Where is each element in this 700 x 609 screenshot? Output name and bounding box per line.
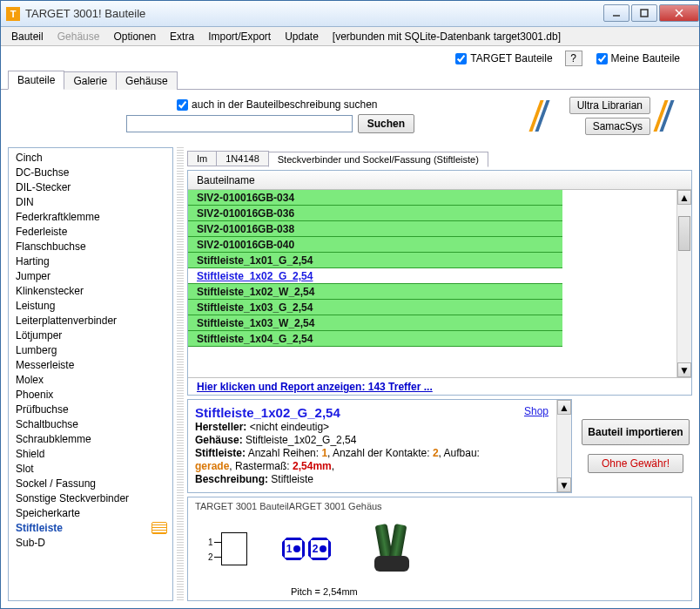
menu-gehaeuse[interactable]: Gehäuse <box>50 29 107 44</box>
check-target-bauteile[interactable]: TARGET Bauteile <box>455 52 552 64</box>
menu-optionen[interactable]: Optionen <box>106 29 163 44</box>
samacsys-button[interactable]: SamacSys <box>585 118 650 135</box>
category-item[interactable]: Schaltbuchse <box>9 416 172 431</box>
menu-extra[interactable]: Extra <box>163 29 201 44</box>
scroll-down-icon[interactable]: ▼ <box>677 362 691 377</box>
searchbar: auch in der Bauteilbeschreibung suchen S… <box>1 90 699 144</box>
scroll-up-icon[interactable]: ▲ <box>677 190 691 205</box>
splitter[interactable] <box>177 147 184 601</box>
subtab-steckverbinder[interactable]: Steckverbinder und Sockel/Fassung (Stift… <box>268 152 488 167</box>
pitch-label: Pitch = 2,54mm <box>195 586 684 597</box>
category-item[interactable]: Federkraftklemme <box>9 209 172 224</box>
table-row[interactable]: Stiftleiste_1x04_G_2,54 <box>188 331 562 347</box>
table-row[interactable]: Stiftleiste_1x02_G_2,54 <box>188 268 562 284</box>
category-item[interactable]: Sockel / Fassung <box>9 476 172 491</box>
stripes-icon <box>535 100 561 132</box>
svg-rect-1 <box>641 10 648 17</box>
category-item[interactable]: Molex <box>9 372 172 387</box>
scroll-thumb[interactable] <box>678 216 690 251</box>
category-item[interactable]: Sub-D <box>9 535 172 550</box>
main-tabstrip: Bauteile Galerie Gehäuse <box>1 71 699 90</box>
help-button[interactable]: ? <box>565 51 582 66</box>
main-area: CinchDC-BuchseDIL-SteckerDINFederkraftkl… <box>1 144 699 608</box>
maximize-button[interactable] <box>631 4 657 22</box>
detail-scroll-up-icon[interactable]: ▲ <box>557 400 571 415</box>
menu-status: [verbunden mit SQLite-Datenbank target30… <box>326 29 568 44</box>
category-item[interactable]: Prüfbuchse <box>9 402 172 416</box>
check-search-desc[interactable]: auch in der Bauteilbeschreibung suchen <box>177 98 377 111</box>
category-item[interactable]: Speicherkarte <box>9 505 172 520</box>
close-button[interactable] <box>659 4 699 22</box>
table-row[interactable]: SIV2-010016GB-034 <box>188 190 562 206</box>
top-checks-row: TARGET Bauteile ? Meine Bauteile <box>1 46 699 71</box>
category-list: CinchDC-BuchseDIL-SteckerDINFederkraftkl… <box>8 147 173 601</box>
titlebar: T TARGET 3001! Bauteile <box>1 1 699 27</box>
category-item[interactable]: Leistung <box>9 298 172 313</box>
preview-panel: TARGET 3001 BauteilARGET 3001 Gehäus 1 2… <box>187 497 692 601</box>
category-item[interactable]: Schraubklemme <box>9 431 172 446</box>
window-title: TARGET 3001! Bauteile <box>25 7 602 20</box>
detail-scroll-down-icon[interactable]: ▼ <box>557 477 571 492</box>
menubar: Bauteil Gehäuse Optionen Extra Import/Ex… <box>1 27 699 46</box>
table-row[interactable]: Stiftleiste_1x02_W_2,54 <box>188 284 562 300</box>
category-item[interactable]: Cinch <box>9 150 172 165</box>
app-window: T TARGET 3001! Bauteile Bauteil Gehäuse … <box>0 0 700 609</box>
table-row[interactable]: SIV2-010016GB-038 <box>188 221 562 237</box>
table-row[interactable]: Stiftleiste_1x03_W_2,54 <box>188 315 562 331</box>
menu-importexport[interactable]: Import/Export <box>201 29 278 44</box>
category-item[interactable]: Flanschbuchse <box>9 239 172 254</box>
menu-update[interactable]: Update <box>278 29 326 44</box>
grid-header[interactable]: Bauteilname <box>188 171 691 190</box>
app-icon: T <box>6 7 20 21</box>
category-item[interactable]: Stiftleiste <box>9 520 172 535</box>
right-pane: Im 1N4148 Steckverbinder und Sockel/Fass… <box>187 147 692 601</box>
search-button[interactable]: Suchen <box>358 114 414 133</box>
detail-scrollbar[interactable]: ▲ ▼ <box>556 400 571 492</box>
sub-tabstrip: Im 1N4148 Steckverbinder und Sockel/Fass… <box>187 147 692 166</box>
category-item[interactable]: Messerleiste <box>9 357 172 372</box>
detail-title: Stiftleiste_1x02_G_2,54 <box>195 405 564 420</box>
table-row[interactable]: SIV2-010016GB-040 <box>188 237 562 253</box>
check-meine-bauteile[interactable]: Meine Bauteile <box>596 52 680 64</box>
no-warranty-button[interactable]: Ohne Gewähr! <box>588 454 683 473</box>
content: auch in der Bauteilbeschreibung suchen S… <box>1 90 699 608</box>
table-row[interactable]: Stiftleiste_1x01_G_2,54 <box>188 253 562 268</box>
category-item[interactable]: Sonstige Steckverbinder <box>9 491 172 505</box>
menu-bauteil[interactable]: Bauteil <box>4 29 50 44</box>
category-item[interactable]: Leiterplattenverbinder <box>9 313 172 328</box>
category-item[interactable]: Jumper <box>9 268 172 283</box>
category-item[interactable]: Klinkenstecker <box>9 283 172 298</box>
report-link[interactable]: Hier klicken und Report anzeigen: 143 Tr… <box>188 377 691 395</box>
category-item[interactable]: Lumberg <box>9 342 172 357</box>
footprint-view: 1 2 <box>282 538 331 560</box>
tab-galerie[interactable]: Galerie <box>64 71 117 90</box>
category-item[interactable]: Federleiste <box>9 224 172 239</box>
grid-scrollbar[interactable]: ▲ ▼ <box>676 190 691 377</box>
category-item[interactable]: Phoenix <box>9 387 172 402</box>
stripes-icon-2 <box>659 100 685 132</box>
subtab-im[interactable]: Im <box>187 151 217 166</box>
minimize-button[interactable] <box>603 4 629 22</box>
category-item[interactable]: Slot <box>9 461 172 476</box>
tab-bauteile[interactable]: Bauteile <box>8 71 64 90</box>
category-item[interactable]: Harting <box>9 254 172 268</box>
table-row[interactable]: SIV2-010016GB-036 <box>188 206 562 221</box>
ultra-librarian-button[interactable]: Ultra Librarian <box>569 97 650 114</box>
tab-gehaeuse[interactable]: Gehäuse <box>116 71 178 90</box>
category-item[interactable]: Shield <box>9 446 172 461</box>
3d-view <box>366 523 418 575</box>
shop-link[interactable]: Shop <box>524 405 549 417</box>
preview-label: TARGET 3001 BauteilARGET 3001 Gehäus <box>195 501 684 511</box>
table-row[interactable]: Stiftleiste_1x03_G_2,54 <box>188 300 562 315</box>
category-item[interactable]: Lötjumper <box>9 328 172 342</box>
category-item[interactable]: DC-Buchse <box>9 165 172 179</box>
schematic-symbol: 1 2 <box>221 532 247 565</box>
import-button[interactable]: Bauteil importieren <box>582 419 690 445</box>
search-input[interactable] <box>126 115 353 132</box>
results-grid: Bauteilname SIV2-010016GB-034SIV2-010016… <box>187 170 692 396</box>
subtab-1n4148[interactable]: 1N4148 <box>216 151 269 166</box>
category-item[interactable]: DIL-Stecker <box>9 179 172 194</box>
category-item[interactable]: DIN <box>9 194 172 209</box>
detail-panel: Stiftleiste_1x02_G_2,54 Shop Hersteller:… <box>187 399 572 493</box>
